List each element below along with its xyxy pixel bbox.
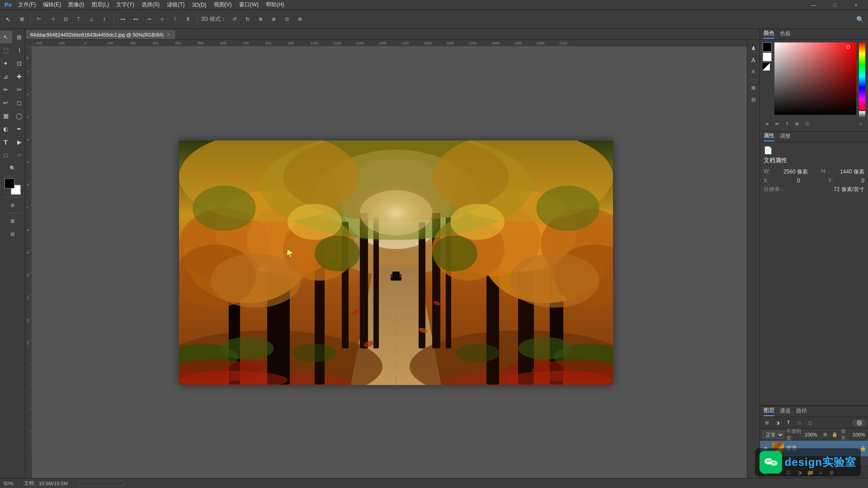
align-right-btn[interactable]: ⊡	[59, 13, 72, 26]
align-bottom-btn[interactable]: ⊦	[99, 13, 111, 26]
dist-left-btn[interactable]: ⊶	[116, 13, 129, 26]
filter-smart-layer[interactable]: ◻	[805, 418, 815, 427]
3d-extra-btn[interactable]: ⊚	[294, 13, 307, 26]
maximize-button[interactable]: □	[825, 0, 845, 10]
color-spectrum[interactable]	[774, 42, 856, 115]
menu-3d[interactable]: 3D(D)	[189, 1, 210, 9]
filter-pixel-layer[interactable]: ⊞	[762, 418, 772, 427]
close-button[interactable]: ×	[846, 0, 866, 10]
menu-filter[interactable]: 滤镜(T)	[163, 0, 188, 9]
dist-bottom-btn[interactable]: ⊻	[182, 13, 194, 26]
eraser-tool[interactable]: ◻	[13, 96, 26, 109]
screen-mode-btn[interactable]: ⊞	[6, 215, 19, 227]
toggle-props-icon[interactable]: ⊞	[749, 83, 759, 93]
lightness-bar[interactable]	[859, 111, 865, 117]
color-swatch-area[interactable]	[5, 178, 21, 195]
document-tab[interactable]: 84ddac964824492bfde81843b4459dc2.jpg @ 5…	[25, 29, 176, 39]
menu-layer[interactable]: 图层(L)	[88, 0, 113, 9]
menu-image[interactable]: 图像(I)	[65, 0, 88, 9]
3d-rotate-btn[interactable]: ↺	[228, 13, 241, 26]
rect-select-tool[interactable]: ⬚	[0, 44, 12, 56]
align-center-h-btn[interactable]: ⊣	[46, 13, 59, 26]
heal-tool[interactable]: ✚	[13, 70, 26, 83]
menu-view[interactable]: 视图(V)	[210, 0, 236, 9]
dist-center-btn[interactable]: ⊷	[129, 13, 142, 26]
filter-toggle[interactable]	[853, 420, 866, 426]
paths-tab[interactable]: 路径	[796, 407, 807, 416]
properties-tab[interactable]: 属性	[764, 132, 774, 141]
3d-roll-btn[interactable]: ↻	[241, 13, 254, 26]
canvas-viewport[interactable]	[33, 47, 760, 478]
fg-color-mini[interactable]	[763, 42, 772, 52]
color-tab[interactable]: 颜色	[764, 29, 774, 39]
blend-mode-select[interactable]: 正常	[763, 431, 784, 439]
menu-window[interactable]: 窗口(W)	[236, 0, 262, 9]
color-tool-none[interactable]: ×	[763, 119, 772, 128]
magic-wand-tool[interactable]: ✦	[0, 57, 12, 70]
status-scrubber[interactable]	[79, 481, 124, 486]
path-select-tool[interactable]: ▶	[13, 136, 26, 148]
quick-mask-btn[interactable]: ⊘	[6, 199, 19, 211]
hue-bar[interactable]	[859, 42, 865, 110]
toolbar-artboard-btn[interactable]: ⊞	[15, 13, 28, 26]
align-top-btn[interactable]: ⊤	[72, 13, 85, 26]
move-tool[interactable]: ↖	[0, 31, 12, 43]
lock-all-btn[interactable]: 🔒	[830, 430, 838, 439]
dodge-tool[interactable]: ◐	[0, 122, 12, 135]
menu-select[interactable]: 选择(S)	[138, 0, 163, 9]
menu-type[interactable]: 文字(Y)	[113, 0, 138, 9]
3d-pan-btn[interactable]: ⊕	[255, 13, 267, 26]
clone-tool[interactable]: ✂	[13, 83, 26, 96]
lasso-tool[interactable]: ⌇	[13, 44, 26, 56]
filter-shape-layer[interactable]: □	[794, 418, 804, 427]
lock-position-btn[interactable]: ⊞	[821, 430, 829, 439]
artboard-tool[interactable]: ⊞	[13, 31, 26, 43]
minimize-button[interactable]: —	[803, 0, 824, 10]
foreground-color-swatch[interactable]	[5, 178, 14, 188]
wechat-watermark[interactable]: design实验室	[755, 448, 861, 476]
zoom-tool[interactable]: 🔍	[6, 162, 19, 174]
filter-adjust-layer[interactable]: ◑	[773, 418, 783, 427]
toggle-close-icon[interactable]: ×	[749, 67, 759, 77]
filter-type-layer[interactable]: T	[783, 418, 793, 427]
toggle-color-icon[interactable]: A	[749, 43, 759, 53]
menu-help[interactable]: 帮助(H)	[262, 0, 288, 9]
history-brush-tool[interactable]: ↩	[0, 96, 12, 109]
menu-file[interactable]: 文件(F)	[14, 0, 39, 9]
channels-tab[interactable]: 通道	[780, 407, 791, 416]
toggle-adjust-icon[interactable]: A	[749, 55, 759, 65]
adjustments-tab[interactable]: 调整	[780, 132, 791, 141]
3d-scale-btn[interactable]: ⊙	[281, 13, 293, 26]
color-tool-pattern[interactable]: ⊞	[793, 119, 802, 128]
color-close-btn[interactable]: ×	[856, 119, 865, 128]
layers-tab[interactable]: 图层	[764, 407, 774, 416]
toolbar-move-btn[interactable]: ↖	[2, 13, 14, 26]
tab-close-btn[interactable]: ×	[166, 32, 171, 38]
swatches-tab[interactable]: 色板	[780, 30, 791, 38]
toggle-info-icon[interactable]: ⊟	[749, 94, 759, 104]
color-tool-info[interactable]: ⓘ	[802, 119, 811, 128]
hand-tool[interactable]: ☞	[13, 149, 26, 161]
shape-tool[interactable]: □	[0, 149, 12, 161]
color-tool-edit[interactable]: ✏	[773, 119, 782, 128]
menu-edit[interactable]: 编辑(E)	[39, 0, 65, 9]
dist-top-btn[interactable]: ⊹	[156, 13, 168, 26]
bg-color-mini[interactable]	[763, 52, 772, 61]
gradient-tool[interactable]: ▦	[0, 109, 12, 122]
wechat-icon-box[interactable]	[760, 451, 782, 474]
search-btn[interactable]: 🔍	[854, 13, 866, 26]
blur-tool[interactable]: ◯	[13, 109, 26, 122]
color-tool-gradient-t[interactable]: T	[783, 119, 792, 128]
eyedropper-tool[interactable]: ⊿	[0, 70, 12, 83]
3d-slide-btn[interactable]: ⊗	[268, 13, 280, 26]
align-middle-btn[interactable]: ⊥	[85, 13, 98, 26]
pen-tool[interactable]: ✒	[13, 122, 26, 135]
align-left-btn[interactable]: ⊢	[33, 13, 46, 26]
crop-tool[interactable]: ⊡	[13, 57, 26, 70]
dist-right-btn[interactable]: ⊸	[142, 13, 155, 26]
dist-middle-btn[interactable]: ⊺	[169, 13, 181, 26]
brush-tool[interactable]: ✏	[0, 83, 12, 96]
artboard-extra-btn[interactable]: ⊟	[6, 228, 19, 240]
swap-colors-btn[interactable]	[763, 63, 770, 70]
type-tool[interactable]: T	[0, 136, 12, 148]
